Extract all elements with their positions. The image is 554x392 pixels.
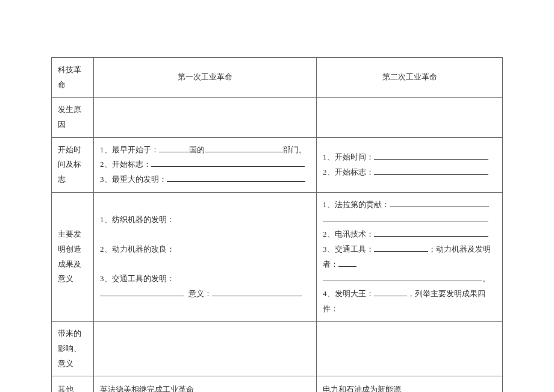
row-causes-c1 [94,98,317,137]
blank [159,145,189,152]
blank [374,167,488,175]
blank [167,174,305,182]
row-time-c2: 1、开始时间： 2、开始标志： [317,137,503,192]
row-inventions-c1: 1、纺织机器的发明： 2、动力机器的改良： 3、交通工具的发明： 意义： [94,192,317,322]
comparison-table: 科技革命 第一次工业革命 第二次工业革命 发生原因 开始时间及标志 1、最早开始… [51,57,503,392]
header-row-label: 科技革命 [52,58,94,98]
row-impact-c1 [94,322,317,376]
time-c2-l2: 2、开始标志： [323,167,374,176]
time-c2-l1: 1、开始时间： [323,152,374,161]
row-inventions-c2: 1、法拉第的贡献： 2、电讯技术： 3、交通工具：；动力机器及发明者： 。 4、… [317,192,503,322]
inv-c1-l2: 2、动力机器的改良： [100,244,175,254]
row-impact-label: 带来的影响、意义 [52,322,94,376]
row-impact-c2 [317,322,503,376]
inv-c1-l3: 3、交通工具的发明： [100,274,175,283]
blank [151,159,305,167]
row-inventions-label: 主要发明创造成果及意义 [52,192,94,322]
blank [390,199,489,207]
inv-c2-l2: 2、电讯技术： [323,229,374,238]
row-other-c2: 电力和石油成为新能源 [317,376,503,392]
time-c1-l3: 3、最重大的发明： [100,175,167,184]
time-c1-l1a: 1、最早开始于： [100,145,159,154]
inv-c1-l4: 意义： [188,289,212,298]
blank [374,288,407,296]
blank [374,152,488,160]
inv-c2-l4a: 4、发明大王： [323,289,374,298]
inv-c2-l1: 1、法拉第的贡献： [323,200,390,209]
row-causes: 发生原因 [52,98,503,137]
blank [338,259,356,267]
blank [100,288,184,296]
row-causes-c2 [317,98,503,137]
row-other-label: 其他 [52,376,94,392]
time-c1-l2: 2、开始标志： [100,160,151,169]
inv-c1-l1: 1、纺织机器的发明： [100,215,175,224]
time-c1-l1b: 国的 [189,145,205,154]
blank [323,214,488,222]
table-header-row: 科技革命 第一次工业革命 第二次工业革命 [52,58,503,98]
inv-c2-l3a: 3、交通工具： [323,244,374,254]
time-c1-l1c: 部门。 [283,145,307,154]
blank [205,145,283,152]
header-col-second: 第二次工业革命 [317,58,503,98]
row-time: 开始时间及标志 1、最早开始于：国的部门。 2、开始标志： 3、最重大的发明： … [52,137,503,192]
row-other-c1: 英法德美相继完成工业革命 [94,376,317,392]
blank [323,273,482,281]
row-other: 其他 英法德美相继完成工业革命 电力和石油成为新能源 [52,376,503,392]
blank [212,288,302,296]
row-causes-label: 发生原因 [52,98,94,137]
row-impact: 带来的影响、意义 [52,322,503,376]
row-time-c1: 1、最早开始于：国的部门。 2、开始标志： 3、最重大的发明： [94,137,317,192]
row-inventions: 主要发明创造成果及意义 1、纺织机器的发明： 2、动力机器的改良： 3、交通工具… [52,192,503,322]
row-time-label: 开始时间及标志 [52,137,94,192]
blank [374,244,428,252]
blank [374,229,488,237]
header-col-first: 第一次工业革命 [94,58,317,98]
